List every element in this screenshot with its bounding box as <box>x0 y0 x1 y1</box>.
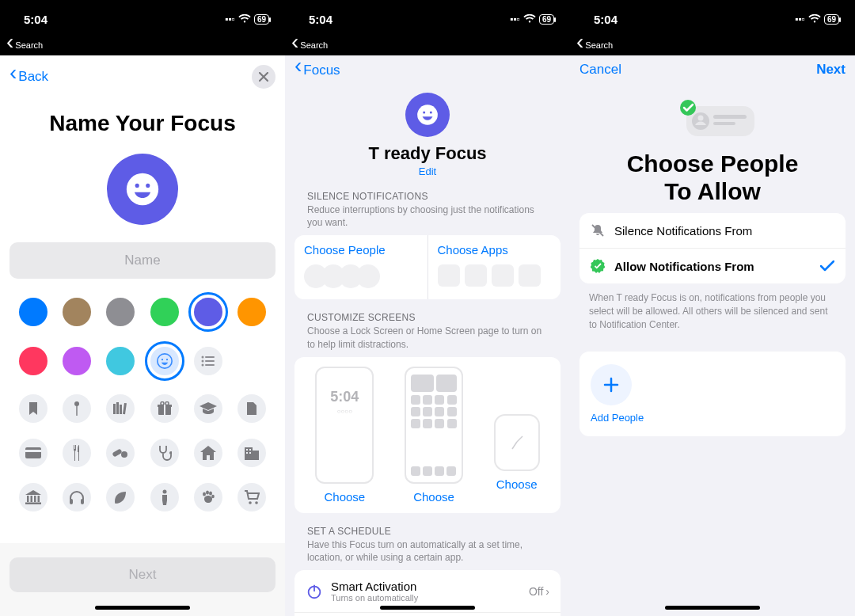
icon-option-list[interactable] <box>194 347 222 375</box>
svg-point-5 <box>166 359 168 360</box>
svg-point-26 <box>121 451 127 458</box>
document-icon[interactable] <box>238 394 266 423</box>
choose-lockscreen: Choose <box>324 490 365 504</box>
books-icon[interactable] <box>106 394 135 423</box>
color-purple[interactable] <box>63 347 91 375</box>
home-indicator[interactable] <box>665 606 760 610</box>
svg-rect-38 <box>25 503 41 505</box>
homescreen-option[interactable]: Choose <box>405 367 463 504</box>
next-button[interactable]: Next <box>10 557 276 592</box>
cart-icon[interactable] <box>238 483 266 511</box>
home-indicator[interactable] <box>95 606 190 610</box>
pin-icon[interactable] <box>63 394 91 423</box>
choose-apps-label: Choose Apps <box>438 243 552 257</box>
person-icon[interactable] <box>150 483 179 511</box>
icon-option-smiley[interactable] <box>150 347 179 375</box>
search-back-link[interactable]: Search <box>285 38 570 55</box>
color-green[interactable] <box>150 298 179 326</box>
battery-icon: 69 <box>539 14 554 25</box>
bookmark-icon[interactable] <box>19 394 48 423</box>
svg-rect-36 <box>34 496 36 502</box>
svg-point-42 <box>203 492 206 496</box>
svg-point-41 <box>162 490 166 494</box>
pills-icon[interactable] <box>106 439 135 467</box>
focus-icon-preview <box>107 154 178 225</box>
watch-option[interactable]: Choose <box>494 367 540 504</box>
card-icon[interactable] <box>19 439 48 467</box>
search-back-link[interactable]: Search <box>0 38 285 55</box>
allow-from-option[interactable]: Allow Notifications From <box>580 249 846 283</box>
back-button[interactable]: Focus <box>294 62 340 78</box>
schedule-subtitle: Have this Focus turn on automatically at… <box>285 538 570 570</box>
svg-rect-14 <box>113 404 116 414</box>
color-indigo[interactable] <box>194 298 222 326</box>
leaf-icon[interactable] <box>106 483 135 511</box>
add-people-label: Add People <box>591 412 834 424</box>
status-bar: 5:04 ▪▪▫ 69 <box>0 0 285 38</box>
svg-point-3 <box>157 354 171 368</box>
add-schedule-button[interactable]: Add Schedule <box>294 612 560 616</box>
silence-header: SILENCE NOTIFICATIONS <box>285 178 570 203</box>
color-blue[interactable] <box>19 298 48 326</box>
homescreen-preview <box>405 367 463 484</box>
status-icons: ▪▪▫ 69 <box>510 13 554 25</box>
screens-card: 5:04 ○○○○ Choose Choose <box>294 357 560 513</box>
search-back-link[interactable]: Search <box>570 38 855 55</box>
lockscreen-option[interactable]: 5:04 ○○○○ Choose <box>315 367 374 504</box>
svg-point-21 <box>161 402 164 405</box>
nav-bar: Focus <box>285 55 570 85</box>
fork-knife-icon[interactable] <box>63 439 91 467</box>
color-orange[interactable] <box>238 298 266 326</box>
color-teal[interactable] <box>106 347 135 375</box>
building-icon[interactable] <box>238 439 266 467</box>
cancel-button[interactable]: Cancel <box>580 62 621 78</box>
color-pink[interactable] <box>19 347 48 375</box>
next-button[interactable]: Next <box>816 62 846 78</box>
home-icon[interactable] <box>194 439 222 467</box>
svg-point-45 <box>211 495 215 498</box>
gift-icon[interactable] <box>150 394 179 423</box>
choose-people-label: Choose People <box>304 243 418 257</box>
app-placeholders <box>438 264 552 287</box>
svg-point-47 <box>256 501 259 504</box>
close-button[interactable] <box>252 65 276 89</box>
nav-bar: Back <box>0 59 285 95</box>
headphones-icon[interactable] <box>63 483 91 511</box>
svg-point-48 <box>417 105 438 125</box>
bank-icon[interactable] <box>19 483 48 511</box>
paw-icon[interactable] <box>194 483 222 511</box>
power-icon <box>306 583 323 600</box>
add-people-button[interactable] <box>591 364 632 405</box>
svg-point-43 <box>206 491 209 495</box>
option-label: Allow Notifications From <box>614 260 754 273</box>
status-bar: 5:04 ▪▪▫ 69 <box>285 0 570 38</box>
allow-mode-card: Silence Notifications From Allow Notific… <box>580 213 846 283</box>
svg-point-10 <box>201 364 203 367</box>
silence-subtitle: Reduce interruptions by choosing just th… <box>285 203 570 235</box>
choose-apps-cell[interactable]: Choose Apps <box>428 235 561 299</box>
stethoscope-icon[interactable] <box>150 439 179 467</box>
svg-rect-40 <box>81 499 84 504</box>
focus-name-input[interactable]: Name <box>10 242 276 279</box>
battery-icon: 69 <box>824 14 839 25</box>
back-button[interactable]: Back <box>10 69 48 86</box>
color-brown[interactable] <box>63 298 91 326</box>
choose-people-cell[interactable]: Choose People <box>294 235 428 299</box>
nav-bar: Cancel Next <box>570 55 855 84</box>
svg-rect-29 <box>253 451 259 460</box>
svg-line-51 <box>517 436 522 442</box>
svg-point-56 <box>692 112 709 130</box>
svg-rect-59 <box>713 122 735 125</box>
silence-from-option[interactable]: Silence Notifications From <box>580 213 846 249</box>
status-time: 5:04 <box>24 13 48 26</box>
svg-rect-11 <box>205 364 215 366</box>
svg-point-60 <box>680 100 696 116</box>
color-gray[interactable] <box>106 298 135 326</box>
signal-icon: ▪▪▫ <box>225 13 235 25</box>
edit-button[interactable]: Edit <box>419 165 436 177</box>
graduation-icon[interactable] <box>194 394 222 423</box>
add-people-card: Add People <box>580 352 846 436</box>
home-indicator[interactable] <box>380 606 475 610</box>
svg-rect-16 <box>120 405 122 414</box>
checkmark-icon <box>820 260 834 272</box>
